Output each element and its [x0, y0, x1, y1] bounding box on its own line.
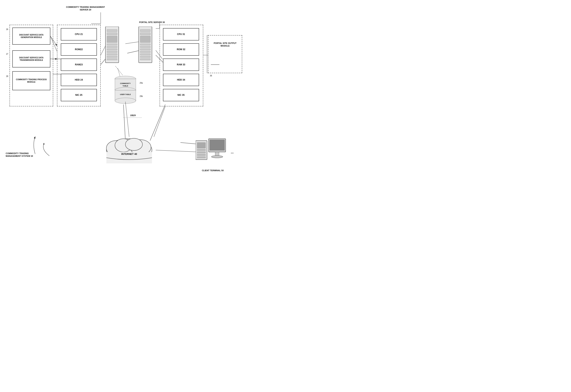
database-cylinder: COMMODITY TABLE USER TABLE — [113, 74, 138, 112]
svg-text:COMMODITY: COMMODITY — [120, 83, 131, 84]
hdd24-box: HDD 24 — [61, 74, 97, 86]
svg-rect-12 — [107, 29, 117, 32]
cpu31-box: CPU 31 — [163, 28, 199, 41]
svg-marker-10 — [43, 143, 45, 145]
ctms-system-label: COMMODITY TRADING MANAGEMENT SYSTEM 10 — [6, 152, 44, 158]
client-terminal-label: CLIENT TERMINAL 50 — [194, 169, 232, 172]
rom22-box: ROM22 — [61, 43, 97, 56]
svg-rect-29 — [140, 51, 150, 53]
ellipsis-label: ... — [231, 150, 234, 155]
diagram-container: COMMODITY TRADING MANAGEMENT SYSTEM 10 C… — [0, 0, 286, 196]
svg-rect-65 — [197, 154, 206, 156]
ref-28: 28 — [6, 75, 8, 77]
svg-rect-19 — [107, 54, 117, 55]
server20-bracket — [82, 11, 120, 27]
svg-rect-62 — [197, 143, 206, 148]
client-terminal — [196, 137, 230, 167]
svg-rect-14 — [107, 36, 117, 43]
ref-26: 26 — [6, 28, 8, 30]
ref-36: 36 — [210, 74, 212, 77]
svg-line-54 — [115, 66, 123, 75]
svg-rect-63 — [197, 149, 206, 151]
ref36-bracket — [206, 35, 210, 73]
svg-rect-66 — [197, 157, 206, 158]
svg-rect-16 — [107, 46, 117, 48]
db-underline — [123, 117, 142, 118]
internet-cloud: INTERNET 40 — [102, 133, 156, 163]
ram33-box: RAM 33 — [163, 58, 199, 71]
cpu21-box: CPU 21 — [61, 28, 97, 41]
portal-output-box — [208, 35, 242, 73]
svg-rect-69 — [215, 152, 219, 156]
svg-rect-13 — [107, 33, 117, 35]
svg-line-59 — [154, 106, 165, 137]
module-28: COMMODITY TRADING PROCESS MODULE — [12, 71, 50, 90]
svg-text:TABLE: TABLE — [123, 85, 128, 87]
rom32-box: ROM 32 — [163, 43, 199, 56]
ref-27: 27 — [6, 53, 8, 55]
db29-label: DB29 — [124, 114, 143, 117]
svg-rect-30 — [140, 54, 150, 55]
ref-29b: 29b — [140, 95, 143, 98]
module-26: DISCOUNT SERVICE DATA GENERATION MODULE — [12, 28, 50, 45]
portal-output-label: PORTAL SITE OUTPUT MODULE — [209, 42, 241, 47]
ctms-server-label: COMMODITY TRADING MANAGEMENT SERVER 20 — [65, 6, 106, 11]
svg-rect-24 — [140, 33, 150, 35]
svg-rect-25 — [140, 36, 150, 43]
svg-rect-15 — [107, 44, 117, 45]
ctms-arrow — [40, 143, 51, 158]
svg-rect-28 — [140, 49, 150, 50]
portal-server-tower — [137, 27, 156, 67]
svg-rect-31 — [140, 56, 150, 58]
nic25-box: NIC 25 — [61, 89, 97, 101]
svg-rect-18 — [107, 51, 117, 53]
svg-point-70 — [211, 156, 223, 158]
svg-line-60 — [156, 150, 200, 152]
svg-rect-27 — [140, 46, 150, 48]
module-27: DISCOUNT SERVICE DATA TRANSMISSION MODUL… — [12, 50, 50, 67]
hdd34-box: HDD 34 — [163, 74, 199, 86]
svg-rect-26 — [140, 44, 150, 45]
svg-rect-17 — [107, 49, 117, 50]
svg-rect-23 — [140, 29, 150, 32]
ram23-box: RAM23 — [61, 58, 97, 71]
svg-rect-68 — [210, 140, 225, 150]
nic35-box: NIC 35 — [163, 89, 199, 101]
svg-point-38 — [115, 98, 136, 103]
mgmt-server-tower — [103, 27, 123, 67]
svg-text:USER TABLE: USER TABLE — [120, 93, 131, 95]
svg-rect-64 — [197, 152, 206, 153]
svg-rect-21 — [107, 58, 117, 60]
svg-text:INTERNET 40: INTERNET 40 — [121, 153, 137, 155]
portal30-bracket — [150, 22, 169, 29]
svg-rect-32 — [140, 58, 150, 60]
svg-rect-20 — [107, 56, 117, 58]
svg-point-47 — [125, 138, 143, 150]
ref-29a: 29a — [140, 82, 143, 84]
